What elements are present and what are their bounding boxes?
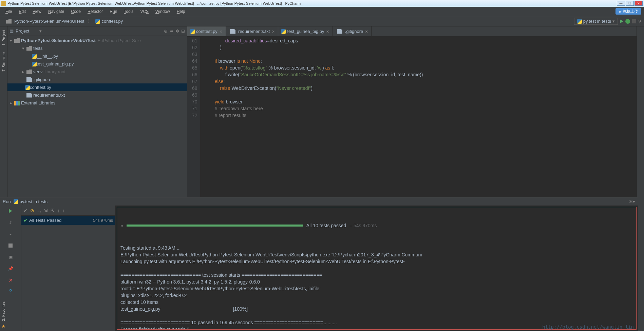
tab-label: test_guinea_pig.py	[287, 29, 324, 34]
tree-item-label: tests	[33, 46, 42, 51]
editor-tab[interactable]: .gitignore×	[333, 26, 372, 36]
expand-arrow[interactable]: ▾	[9, 38, 13, 43]
test-summary-row[interactable]: ✔ All Tests Passed 54s 970ms	[21, 216, 115, 225]
attach-button[interactable]: ⫘	[7, 231, 14, 237]
expand-icon[interactable]: »	[120, 222, 123, 229]
tree-item[interactable]: requirements.txt	[7, 91, 187, 99]
tab-close-icon[interactable]: ×	[271, 29, 275, 34]
tab-label: requirements.txt	[238, 29, 270, 34]
breadcrumb-file[interactable]: conftest.py	[93, 18, 125, 24]
run-header-label: py.test in tests	[20, 199, 48, 204]
menu-view[interactable]: View	[30, 8, 44, 15]
tab-project[interactable]: 1: Project	[0, 26, 7, 49]
panel-icon: ▤	[10, 28, 14, 34]
menu-window[interactable]: Window	[153, 8, 173, 15]
tree-external-libraries[interactable]: ▸ External Libraries	[7, 99, 187, 107]
close-button[interactable]: ✕	[7, 277, 14, 284]
tab-close-icon[interactable]: ×	[326, 29, 330, 34]
menu-edit[interactable]: Edit	[16, 8, 29, 15]
console-output[interactable]: Testing started at 9:43 AM ... E:\Python…	[120, 245, 633, 330]
menu-run[interactable]: Run	[107, 8, 120, 15]
breadcrumb-separator: 〉	[88, 18, 92, 24]
show-ignored-icon[interactable]: ⊘	[30, 208, 34, 213]
run-panel: Run py.test in tests ✼▾ ⤴ ⫘ ▣ 📌 ✕ ? ✔ ⊘ …	[0, 197, 638, 331]
file-icon	[26, 77, 32, 82]
pin-button[interactable]: 📌	[7, 265, 14, 272]
layout-button[interactable]: ▣	[7, 254, 14, 260]
check-icon: ✔	[23, 217, 28, 223]
titlebar: Python-Pytest-Selenium-WebUiTest [E:\Pyt…	[0, 0, 644, 7]
gear-icon[interactable]: ✼▾	[629, 199, 635, 204]
run-header-prefix: Run	[3, 199, 11, 204]
expand-arrow[interactable]: ▸	[21, 69, 25, 74]
menubar: File Edit View Navigate Code Refactor Ru…	[0, 7, 644, 16]
hide-icon[interactable]: ⊟	[181, 28, 185, 34]
tab-favorites[interactable]: 2: Favorites	[1, 299, 6, 323]
menu-refactor[interactable]: Refactor	[85, 8, 106, 15]
tab-close-icon[interactable]: ×	[219, 29, 223, 34]
search-icon[interactable]: ⚲	[638, 19, 641, 24]
upload-label: 拖拽上传	[623, 9, 638, 14]
collapse-icon[interactable]: ⇱	[51, 208, 55, 213]
gear-icon[interactable]: ✼	[175, 28, 179, 34]
file-icon	[230, 29, 235, 34]
folder-icon	[14, 38, 20, 43]
breadcrumb-project[interactable]: Python-Pytest-Selenium-WebUiTest	[3, 18, 86, 24]
upload-badge[interactable]: ∞ 拖拽上传	[615, 8, 641, 15]
py-icon	[281, 29, 286, 34]
progress-bar	[127, 225, 303, 227]
run-button[interactable]	[620, 19, 623, 23]
tab-label: .gitignore	[345, 29, 363, 34]
tree-item[interactable]: ▸venvlibrary root	[7, 68, 187, 76]
rerun-button[interactable]	[7, 208, 14, 214]
py-icon	[190, 29, 195, 34]
tree-item-label: __init__.py	[37, 54, 58, 59]
close-button[interactable]: ✕	[634, 1, 643, 6]
menu-help[interactable]: Help	[174, 8, 188, 15]
editor-tab[interactable]: conftest.py×	[187, 26, 226, 36]
tree-root-path: E:\Python-Pytest-Sele	[98, 38, 141, 43]
expand-arrow[interactable]: ▾	[21, 46, 25, 51]
expand-icon[interactable]: ⇲	[44, 208, 48, 213]
tree-root[interactable]: ▾ Python-Pytest-Selenium-WebUiTest E:\Py…	[7, 37, 187, 44]
menu-code[interactable]: Code	[68, 8, 83, 15]
dir-icon	[26, 46, 32, 51]
toggle-button[interactable]: ⤴	[7, 219, 14, 226]
menu-tools[interactable]: Tools	[121, 8, 136, 15]
next-icon[interactable]: ↓	[62, 208, 65, 213]
prev-icon[interactable]: ↑	[57, 208, 60, 213]
test-summary-label: All Tests Passed	[29, 218, 61, 223]
tree-item[interactable]: .gitignore	[7, 76, 187, 83]
editor-tab[interactable]: test_guinea_pig.py×	[278, 26, 333, 36]
tab-close-icon[interactable]: ×	[364, 29, 368, 34]
tree-item[interactable]: conftest.py	[7, 83, 187, 91]
file-icon	[26, 93, 32, 98]
tree-item[interactable]: ▾tests	[7, 44, 187, 52]
tree-item[interactable]: test_guinea_pig.py	[7, 60, 187, 68]
chevron-down-icon[interactable]: ▾	[39, 28, 42, 34]
target-icon[interactable]: ⇴	[170, 28, 173, 34]
run-output[interactable]: » All 10 tests passed – 54s 970ms Testin…	[117, 207, 637, 330]
stop-button[interactable]	[7, 242, 14, 249]
toolbar: Python-Pytest-Selenium-WebUiTest 〉 conft…	[0, 16, 644, 26]
run-panel-header: Run py.test in tests ✼▾	[0, 197, 638, 206]
menu-file[interactable]: File	[3, 8, 15, 15]
help-button[interactable]: ?	[7, 288, 14, 295]
star-icon[interactable]: ★	[1, 324, 6, 329]
debug-button[interactable]	[625, 19, 630, 24]
tab-structure[interactable]: 7: Structure	[0, 49, 7, 75]
tree-item[interactable]: __init__.py	[7, 52, 187, 60]
expand-arrow[interactable]: ▸	[9, 100, 13, 105]
app-icon	[1, 1, 6, 6]
maximize-button[interactable]: ☐	[626, 1, 634, 6]
run-config-selector[interactable]: py.test in tests ▾	[574, 18, 618, 25]
editor-tab[interactable]: requirements.txt×	[226, 26, 278, 36]
stop-button[interactable]	[632, 19, 636, 23]
menu-vcs[interactable]: VCS	[137, 8, 151, 15]
py-icon	[32, 62, 37, 66]
collapse-icon[interactable]: ⊕	[164, 28, 168, 34]
show-passed-icon[interactable]: ✔	[23, 208, 27, 213]
sort-icon[interactable]: ↓ₐ	[37, 208, 41, 213]
minimize-button[interactable]: —	[617, 1, 625, 6]
menu-navigate[interactable]: Navigate	[45, 8, 67, 15]
